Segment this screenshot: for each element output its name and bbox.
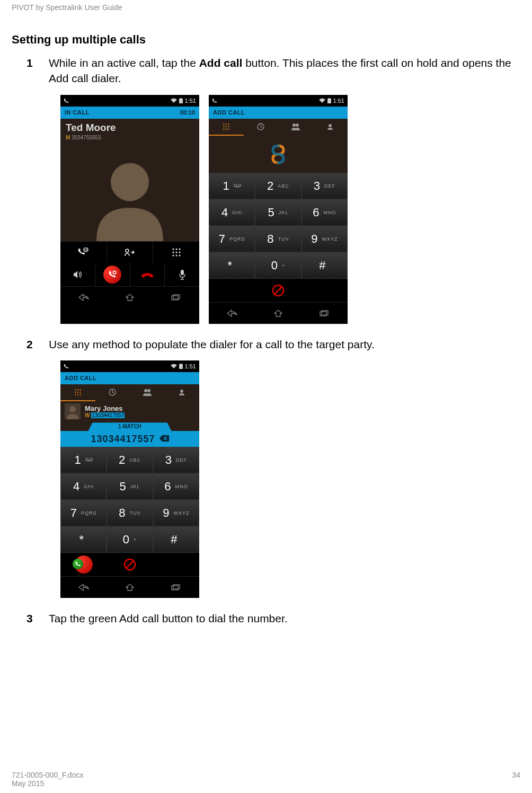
key-2[interactable]: 2ABC [107, 447, 153, 473]
step-2: 2 Use any method to populate the dialer … [12, 337, 520, 352]
key-5[interactable]: 5JKL [107, 473, 153, 500]
mute-button[interactable] [165, 263, 199, 286]
nav-recent-button[interactable] [153, 577, 199, 598]
key-3[interactable]: 3DEF [153, 447, 199, 473]
call-status-label: IN CALL [65, 109, 90, 116]
status-bar: 1:51 [60, 360, 199, 372]
svg-rect-38 [320, 312, 326, 316]
key-0[interactable]: 0+ [255, 252, 301, 279]
wifi-icon [171, 364, 177, 369]
key-4[interactable]: 4GHI [60, 473, 107, 500]
tab-recent[interactable] [95, 384, 130, 401]
svg-rect-40 [179, 364, 183, 369]
svg-point-44 [79, 389, 81, 390]
addcall-bar: ADD CALL [209, 107, 348, 119]
key-1[interactable]: 1 [60, 447, 107, 473]
step1-bold: Add call [199, 57, 243, 69]
cancel-dial-button[interactable] [107, 553, 153, 576]
android-navbar [60, 286, 199, 308]
key-8[interactable]: 8TUV [107, 500, 153, 526]
svg-point-48 [75, 394, 76, 395]
key-hash[interactable]: # [153, 526, 199, 553]
svg-point-28 [223, 128, 224, 129]
hold-button[interactable] [60, 242, 107, 263]
tab-favorites[interactable] [313, 119, 348, 136]
tab-dialpad[interactable] [209, 119, 244, 136]
key-5[interactable]: 5JKL [255, 199, 301, 226]
nav-home-button[interactable] [255, 303, 301, 324]
dial-blank-left [209, 279, 255, 302]
wifi-icon [171, 98, 177, 103]
key-7[interactable]: 7PQRS [60, 500, 107, 526]
cancel-dial-button[interactable] [255, 279, 301, 302]
battery-icon [179, 364, 183, 369]
step-num-2: 2 [26, 337, 49, 352]
nav-back-button[interactable] [60, 287, 107, 308]
svg-point-54 [180, 390, 183, 393]
svg-point-56 [85, 459, 88, 461]
key-9[interactable]: 9WXYZ [302, 226, 348, 252]
key-1[interactable]: 1 [209, 173, 255, 199]
key-0[interactable]: 0+ [107, 526, 153, 553]
key-star[interactable]: * [209, 252, 255, 279]
tab-recent[interactable] [244, 119, 279, 136]
key-4[interactable]: 4GHI [209, 199, 255, 226]
nav-home-button[interactable] [107, 577, 153, 598]
tab-contacts[interactable] [278, 119, 313, 136]
key-8[interactable]: 8TUV [255, 226, 301, 252]
svg-point-52 [144, 389, 147, 392]
svg-point-7 [172, 248, 174, 250]
dial-call-button[interactable] [60, 553, 107, 576]
caller-name: Ted Moore [66, 122, 194, 134]
key-3[interactable]: 3DEF [302, 173, 348, 199]
tab-contacts[interactable] [130, 384, 165, 401]
key-6[interactable]: 6MNO [302, 199, 348, 226]
footer-filename: 721-0005-000_F.docx [12, 771, 83, 779]
status-time: 1:51 [185, 98, 196, 104]
nav-back-button[interactable] [209, 303, 255, 324]
end-call-button[interactable] [130, 263, 165, 286]
wifi-icon [319, 98, 325, 103]
dial-actions [209, 279, 348, 302]
status-time: 1:51 [185, 363, 196, 369]
add-call-button[interactable] [95, 263, 130, 286]
nav-home-button[interactable] [107, 287, 153, 308]
speaker-button[interactable] [60, 263, 95, 286]
nav-back-button[interactable] [60, 577, 107, 598]
call-controls-bar [60, 263, 199, 286]
status-phone-icon [212, 98, 217, 103]
svg-point-46 [77, 392, 78, 393]
battery-icon [179, 98, 183, 103]
key-hash[interactable]: # [302, 252, 348, 279]
suggestion-number: 13034417557 [91, 412, 125, 418]
svg-point-6 [126, 249, 129, 252]
svg-point-8 [175, 248, 177, 250]
svg-point-34 [329, 124, 332, 127]
match-count-tab[interactable]: 1 MATCH [88, 422, 171, 431]
phone-screen-addcall-populated: 1:51 ADD CALL Mary Jones [60, 360, 199, 598]
key-7[interactable]: 7PQRS [209, 226, 255, 252]
svg-point-24 [228, 124, 229, 125]
screenshots-row-2: 1:51 ADD CALL Mary Jones [60, 360, 520, 598]
svg-rect-39 [322, 311, 328, 315]
svg-point-27 [228, 126, 229, 127]
doc-header: PIVOT by Spectralink User Guide [12, 3, 122, 12]
key-star[interactable]: * [60, 526, 107, 553]
dial-display [209, 136, 348, 173]
addcall-bar: ADD CALL [60, 372, 199, 384]
key-9[interactable]: 9WXYZ [153, 500, 199, 526]
tab-favorites[interactable] [165, 384, 200, 401]
transfer-button[interactable] [107, 242, 154, 263]
dialpad-toggle-button[interactable] [153, 242, 199, 263]
tab-dialpad[interactable] [60, 384, 95, 401]
svg-rect-18 [172, 296, 178, 300]
backspace-icon[interactable] [159, 434, 169, 444]
dial-actions [60, 553, 199, 576]
key-6[interactable]: 6MNO [153, 473, 199, 500]
key-2[interactable]: 2ABC [255, 173, 301, 199]
match-suggestion[interactable]: Mary Jones W 13034417557 [60, 401, 199, 421]
nav-recent-button[interactable] [153, 287, 199, 308]
nav-recent-button[interactable] [302, 303, 348, 324]
svg-point-30 [228, 128, 229, 129]
typed-number-row: 13034417557 [60, 431, 199, 447]
